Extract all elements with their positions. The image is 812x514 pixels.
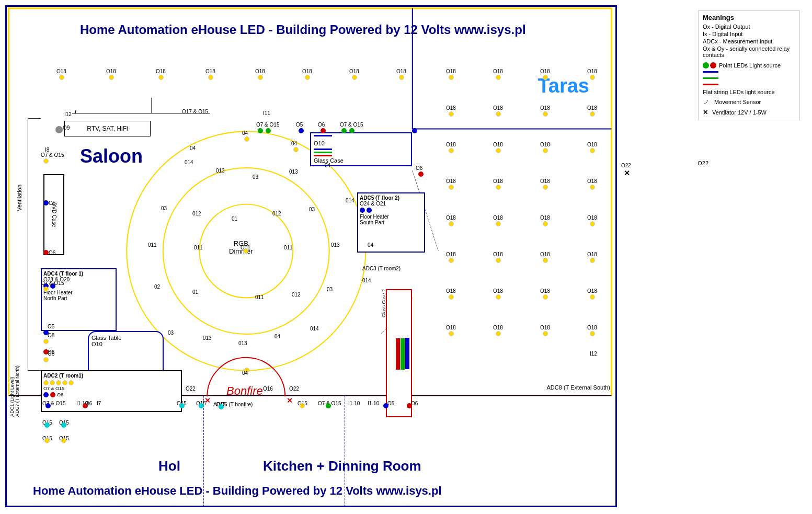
movement-tl: / — [75, 109, 76, 115]
dvd-box: DVD Case — [43, 174, 64, 255]
glass-table-label: Glass Table — [92, 335, 160, 341]
dot-o18-r4 — [590, 111, 595, 117]
dot-o18-r3 — [543, 111, 548, 117]
adc2-io-label: O7 & O15 — [43, 386, 64, 391]
o17-o15-label: O17 & O15 — [182, 109, 208, 115]
dot-o15-b3 — [300, 403, 305, 408]
meanings-title: Meanings — [703, 14, 795, 21]
i12-label-br: I12 — [590, 351, 597, 357]
o22-label-b2: O22 — [289, 386, 299, 392]
meaning-ox: Ox - Digital Output — [703, 24, 795, 30]
dot-o6-top — [321, 128, 326, 133]
dot-o18-r22 — [496, 294, 501, 300]
dot-o6-gc — [418, 172, 424, 177]
fhs-output: O24 & O21 — [360, 201, 422, 207]
dot-o18-r18 — [496, 258, 501, 263]
fhs-title: ADC5 (T floor 2) — [360, 195, 422, 201]
adc-labels-left: ADC1 (Light Level) ADC7 (T External Nort… — [9, 365, 20, 417]
bonfire-label: Bonfire — [226, 384, 263, 398]
i7-label: I7 — [97, 401, 101, 406]
dot-o18-r9 — [449, 185, 454, 190]
circ-out-top — [244, 136, 249, 142]
i1-label-b: I1.10 — [368, 401, 379, 406]
meaning-movement: ⟋ Movement Sensor — [703, 98, 795, 106]
o16-label: O16 — [263, 386, 273, 392]
dot-o5-right — [412, 128, 417, 133]
adc8-label: ADC8 (T External South) — [547, 384, 610, 391]
meaning-oxoy: Ox & Oy - serially connected relay conta… — [703, 45, 795, 58]
dot-o8-2 — [43, 357, 49, 362]
dot-o18-r5 — [449, 148, 454, 153]
i8-label: I8 — [45, 147, 49, 153]
dot-o18-7 — [352, 75, 357, 80]
dot-o15-right — [349, 128, 354, 133]
dot-o18-r26 — [496, 331, 501, 336]
o6-label-b: O6 — [411, 401, 418, 406]
dot-o18-t4 — [590, 75, 595, 80]
dot-o15-adc6 — [219, 404, 224, 409]
footer-title: Home Automation eHouse LED - Building Po… — [33, 484, 442, 498]
o9-label: O9 — [63, 125, 70, 131]
floor-heater-north-box: ADC4 (T floor 1) O23 & O20 Floor Heater … — [41, 268, 117, 331]
dot-o18-5 — [258, 75, 263, 80]
dot-o18-r10 — [496, 185, 501, 190]
dot-o18-r28 — [590, 331, 595, 336]
dot-o18-r1 — [449, 111, 454, 117]
dot-o18-r21 — [449, 294, 454, 300]
dot-o18-r6 — [496, 148, 501, 153]
dot-o7-bl — [45, 403, 51, 408]
glass-case-2-box — [386, 289, 412, 417]
i2-label: I1.10 — [348, 401, 360, 406]
dot-o18-r14 — [496, 221, 501, 226]
adc2-label: ADC2 (T room1) — [43, 373, 179, 379]
dot-o7-o15-left — [43, 158, 49, 164]
rtv-label: RTV, SAT, HiFi — [87, 125, 128, 132]
dot-o18-r23 — [543, 294, 548, 300]
glass-case-top: O10 Glass Case — [310, 132, 412, 166]
dot-o18-8 — [399, 75, 404, 80]
meanings-panel: Meanings Ox - Digital Output Ix - Digita… — [698, 10, 800, 120]
dot-o18-r17 — [449, 258, 454, 263]
i11-label: I11 — [263, 110, 270, 116]
dot-o18-t3 — [543, 75, 548, 80]
dot-o18-r20 — [590, 258, 595, 263]
dot-o18-t1 — [449, 75, 454, 80]
fhs-label1: Floor Heater — [360, 214, 422, 220]
fhn-label2: North Part — [43, 295, 114, 301]
dot-o18-r11 — [543, 185, 548, 190]
dot-o18-r15 — [543, 221, 548, 226]
dot-o15-bll-1 — [44, 438, 50, 443]
o6-bl-label: O6 — [85, 401, 92, 406]
x-mark-right: ✕ — [287, 396, 293, 405]
dot-o15-bl-1 — [44, 422, 50, 428]
saloon-label: Saloon — [80, 145, 143, 167]
dot-o15-left — [266, 128, 271, 133]
dot-o7-b — [326, 403, 331, 408]
meaning-ventilator: ✕ Ventilator 12V / 1-5W — [703, 109, 795, 116]
o22-label-b1: O22 — [186, 386, 196, 392]
dot-o5-left — [43, 200, 49, 205]
glass-case-o10: O10 — [314, 140, 325, 146]
dot-o18-r2 — [496, 111, 501, 117]
rtv-box: RTV, SAT, HiFi — [64, 121, 151, 136]
x-ventilator: ✕ — [624, 169, 630, 177]
dot-o18-r24 — [590, 294, 595, 300]
fhs-label2: South Part — [360, 220, 422, 225]
dot-o18-4 — [208, 75, 213, 80]
dot-o18-r25 — [449, 331, 454, 336]
dot-o15-b1 — [179, 403, 185, 408]
header-title: Home Automation eHouse LED - Building Po… — [80, 22, 526, 37]
circ-out-tr — [293, 147, 299, 152]
o22-label-r: O22 — [621, 163, 631, 168]
dot-o18-t2 — [496, 75, 501, 80]
meaning-adcx: ADCx - Measurement Input — [703, 38, 795, 44]
dot-o18-r27 — [543, 331, 548, 336]
dot-o7-right — [341, 128, 347, 133]
o22-meanings: O22 — [697, 160, 708, 166]
fhn-label1: Floor Heater — [43, 290, 114, 295]
dot-o18-3 — [158, 75, 164, 80]
dot-o7-o15-left2 — [43, 287, 49, 292]
dot-o15-bl-2 — [61, 422, 66, 428]
dot-o15-bll-2 — [61, 438, 66, 443]
dot-o18-1 — [59, 75, 64, 80]
